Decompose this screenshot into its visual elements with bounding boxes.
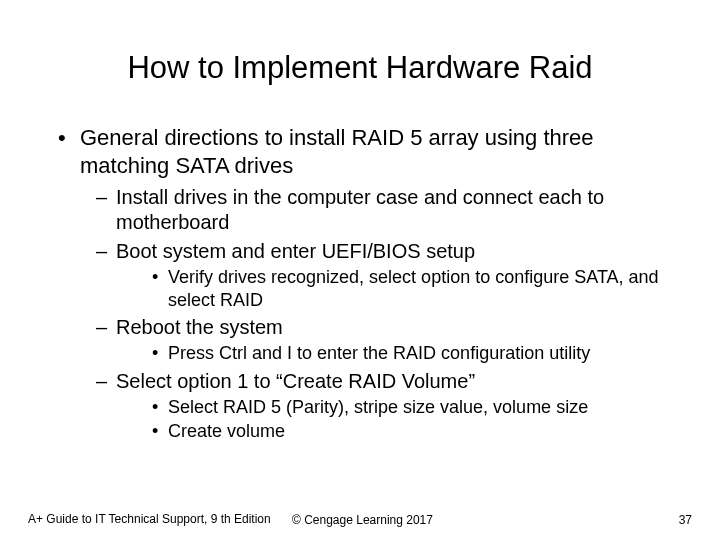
list-item: General directions to install RAID 5 arr… — [58, 124, 662, 443]
list-item: Reboot the system Press Ctrl and I to en… — [80, 315, 662, 365]
slide: How to Implement Hardware Raid General d… — [0, 0, 720, 540]
sub-list: Install drives in the computer case and … — [80, 185, 662, 443]
footer-copyright: © Cengage Learning 2017 — [288, 513, 632, 528]
bullet-text: Install drives in the computer case and … — [116, 186, 604, 233]
bullet-text: Reboot the system — [116, 316, 283, 338]
sub-sub-list: Select RAID 5 (Parity), stripe size valu… — [116, 396, 662, 443]
bullet-text: Select option 1 to “Create RAID Volume” — [116, 370, 475, 392]
list-item: Boot system and enter UEFI/BIOS setup Ve… — [80, 239, 662, 311]
bullet-list: General directions to install RAID 5 arr… — [58, 124, 662, 443]
list-item: Create volume — [116, 420, 662, 443]
sub-sub-list: Verify drives recognized, select option … — [116, 266, 662, 311]
list-item: Press Ctrl and I to enter the RAID confi… — [116, 342, 662, 365]
footer-page-number: 37 — [632, 513, 692, 528]
slide-title: How to Implement Hardware Raid — [58, 50, 662, 86]
bullet-text: Press Ctrl and I to enter the RAID confi… — [168, 343, 590, 363]
bullet-text: Verify drives recognized, select option … — [168, 267, 659, 310]
bullet-text: Create volume — [168, 421, 285, 441]
bullet-text: General directions to install RAID 5 arr… — [80, 125, 594, 178]
list-item: Install drives in the computer case and … — [80, 185, 662, 235]
sub-sub-list: Press Ctrl and I to enter the RAID confi… — [116, 342, 662, 365]
bullet-text: Boot system and enter UEFI/BIOS setup — [116, 240, 475, 262]
list-item: Verify drives recognized, select option … — [116, 266, 662, 311]
footer-book-title: A+ Guide to IT Technical Support, 9 th E… — [28, 512, 288, 528]
bullet-text: Select RAID 5 (Parity), stripe size valu… — [168, 397, 588, 417]
footer: A+ Guide to IT Technical Support, 9 th E… — [0, 512, 720, 528]
list-item: Select option 1 to “Create RAID Volume” … — [80, 369, 662, 443]
list-item: Select RAID 5 (Parity), stripe size valu… — [116, 396, 662, 419]
